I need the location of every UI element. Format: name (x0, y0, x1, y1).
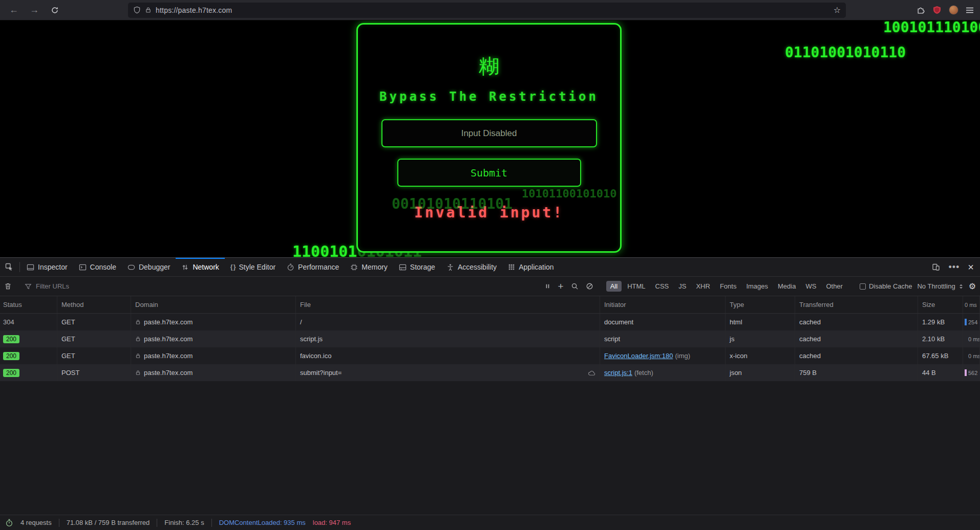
binary-decoration: 1001011101000 (883, 20, 980, 36)
filter-chip-media[interactable]: Media (774, 281, 800, 292)
checkbox-icon (860, 283, 866, 290)
tab-accessibility[interactable]: Accessibility (441, 258, 502, 276)
method-cell: GET (57, 347, 131, 364)
memory-icon (350, 263, 358, 271)
request-filter-chips: All HTML CSS JS XHR Fonts Images Media W… (606, 281, 847, 292)
file-cell: script.js (296, 330, 600, 347)
clear-requests-icon[interactable] (4, 282, 12, 290)
type-cell: json (726, 364, 795, 381)
time-cell: 562 ms (968, 370, 980, 376)
network-empty-area (0, 381, 980, 515)
filter-placeholder: Filter URLs (36, 282, 69, 290)
request-payload-icon (588, 370, 595, 376)
time-cell: 0 ms (968, 336, 980, 342)
file-cell: favicon.ico (296, 347, 600, 364)
initiator-cell: script (604, 335, 620, 343)
separator (19, 262, 20, 272)
tab-memory[interactable]: Memory (345, 258, 393, 276)
initiator-link[interactable]: script.js:1 (604, 369, 632, 377)
column-header-type[interactable]: Type (726, 296, 795, 313)
network-summary-bar: 4 requests 71.08 kB / 759 B transferred … (0, 515, 980, 530)
filter-chip-html[interactable]: HTML (623, 281, 649, 292)
filter-chip-other[interactable]: Other (822, 281, 847, 292)
lock-icon (135, 353, 141, 359)
tab-inspector[interactable]: Inspector (21, 258, 73, 276)
domcontentloaded-time: DOMContentLoaded: 935 ms (219, 519, 306, 526)
filter-chip-js[interactable]: JS (674, 281, 690, 292)
tab-storage[interactable]: Storage (393, 258, 441, 276)
forward-icon[interactable]: → (27, 3, 42, 18)
challenge-panel: 糊 Bypass The Restriction Submit Invalid … (356, 23, 622, 253)
performance-analysis-icon[interactable] (5, 519, 13, 527)
tab-performance[interactable]: Performance (281, 258, 345, 276)
throttling-select[interactable]: No Throttling (917, 282, 963, 290)
column-header-domain[interactable]: Domain (131, 296, 296, 313)
filter-chip-ws[interactable]: WS (801, 281, 820, 292)
filter-chip-images[interactable]: Images (742, 281, 772, 292)
table-row[interactable]: 304 GET paste.h7tex.com / document html … (0, 314, 980, 330)
network-icon (181, 263, 189, 271)
separator (59, 519, 59, 527)
pause-icon[interactable] (544, 283, 551, 290)
lock-icon (135, 319, 141, 325)
profile-avatar[interactable] (949, 5, 958, 15)
column-header-size[interactable]: Size (918, 296, 963, 313)
tab-console[interactable]: Console (73, 258, 122, 276)
pick-element-icon[interactable] (0, 258, 18, 276)
filter-chip-xhr[interactable]: XHR (692, 281, 714, 292)
gear-icon[interactable]: ⚙ (969, 281, 976, 291)
column-header-method[interactable]: Method (57, 296, 131, 313)
style-editor-icon: { } (230, 263, 236, 271)
size-cell: 2.10 kB (918, 330, 963, 347)
waterfall-bar (965, 336, 967, 342)
extensions-icon[interactable] (917, 6, 925, 14)
initiator-cell: document (604, 318, 633, 326)
waterfall-bar (965, 319, 967, 325)
browser-toolbar: ← → https://paste.h7tex.com ☆ (0, 0, 980, 20)
bookmark-star-icon[interactable]: ☆ (834, 5, 841, 15)
filter-chip-all[interactable]: All (606, 281, 622, 292)
lock-icon (135, 370, 141, 376)
devtools-menu-icon[interactable]: ••• (948, 262, 960, 273)
tab-application[interactable]: Application (502, 258, 560, 276)
column-header-transferred[interactable]: Transferred (795, 296, 918, 313)
binary-decoration: 00101010110101 (392, 195, 513, 212)
add-request-icon[interactable]: + (558, 281, 564, 291)
menu-icon[interactable] (966, 7, 974, 14)
block-icon[interactable] (586, 282, 593, 290)
close-icon[interactable]: × (968, 262, 974, 272)
tracking-shield-icon[interactable] (133, 6, 141, 14)
logo-character: 糊 (479, 52, 499, 80)
column-header-file[interactable]: File (296, 296, 600, 313)
tab-network[interactable]: Network (176, 258, 224, 276)
tab-style-editor[interactable]: { } Style Editor (225, 258, 281, 276)
initiator-link[interactable]: FaviconLoader.jsm:180 (604, 352, 673, 360)
challenge-input[interactable] (381, 119, 597, 147)
type-cell: x-icon (726, 347, 795, 364)
reload-icon[interactable] (47, 3, 62, 18)
responsive-mode-icon[interactable] (932, 263, 940, 271)
back-icon[interactable]: ← (6, 3, 22, 18)
ublock-shield-icon[interactable] (932, 6, 942, 15)
domain-cell: paste.h7tex.com (144, 352, 193, 360)
column-header-initiator[interactable]: Initiator (600, 296, 726, 313)
status-code: 304 (3, 318, 14, 326)
url-bar[interactable]: https://paste.h7tex.com ☆ (128, 3, 846, 18)
column-header-status[interactable]: Status (0, 296, 57, 313)
lock-icon[interactable] (145, 7, 152, 13)
submit-button[interactable]: Submit (397, 159, 581, 187)
filter-urls-input[interactable]: Filter URLs (25, 282, 539, 290)
transferred-summary: 71.08 kB / 759 B transferred (67, 519, 150, 526)
filter-chip-fonts[interactable]: Fonts (716, 281, 741, 292)
table-row[interactable]: 200 GET paste.h7tex.com favicon.ico Favi… (0, 347, 980, 364)
disable-cache-checkbox[interactable]: Disable Cache (860, 282, 912, 290)
funnel-icon (25, 283, 32, 290)
table-row[interactable]: 200 POST paste.h7tex.com submit?input= s… (0, 364, 980, 381)
domain-cell: paste.h7tex.com (144, 335, 193, 343)
tab-debugger[interactable]: Debugger (122, 258, 176, 276)
filter-chip-css[interactable]: CSS (651, 281, 673, 292)
table-row[interactable]: 200 GET paste.h7tex.com script.js script… (0, 330, 980, 347)
console-icon (79, 263, 87, 271)
search-icon[interactable] (571, 282, 579, 290)
transferred-cell: 759 B (795, 364, 918, 381)
